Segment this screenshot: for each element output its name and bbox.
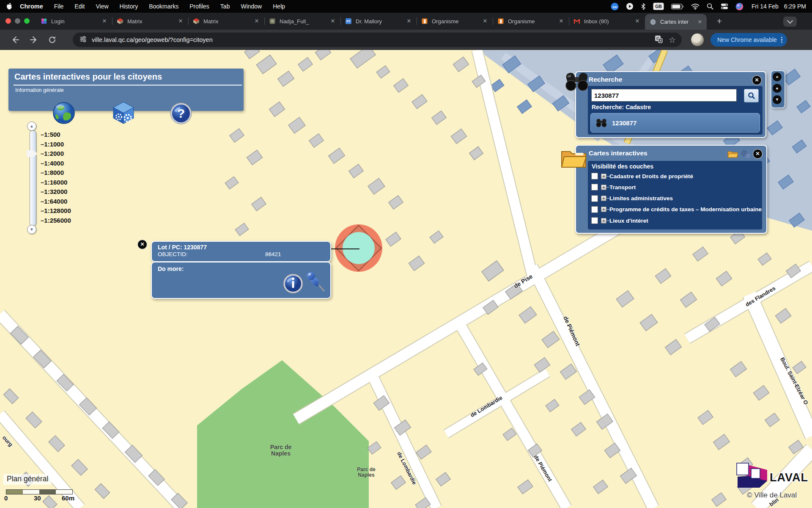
tab-close-button[interactable]: ✕	[101, 18, 108, 25]
siri-icon[interactable]	[735, 3, 743, 11]
url-text[interactable]: ville.laval.qc.ca/geo/geoweb/?config=cit…	[92, 36, 655, 43]
svg-text:GB: GB	[655, 4, 662, 9]
keyboard-layout-badge[interactable]: GB	[653, 3, 664, 10]
menu-bar-date[interactable]: Fri 14 Feb	[752, 3, 779, 10]
bluetooth-icon[interactable]	[641, 3, 646, 10]
window-zoom-button[interactable]	[24, 18, 30, 24]
spotlight-search-icon[interactable]	[707, 3, 713, 10]
pushpin-icon[interactable]	[305, 270, 327, 294]
menu-chrome[interactable]: Chrome	[14, 3, 49, 10]
reload-button[interactable]	[47, 34, 58, 46]
zoom-level-1-2000[interactable]: –1:2000	[41, 149, 64, 158]
site-info-icon[interactable]	[80, 36, 87, 44]
address-bar[interactable]: ville.laval.qc.ca/geo/geoweb/?config=cit…	[73, 33, 682, 47]
folder-icon[interactable]	[727, 150, 738, 158]
layers-panel-icon	[561, 147, 587, 169]
browser-menu-icon[interactable]	[781, 36, 783, 44]
zoom-app-icon[interactable]: zm	[611, 3, 619, 11]
tab-inbox-90-[interactable]: Inbox (90)✕	[569, 13, 645, 30]
control-center-icon[interactable]	[721, 3, 728, 10]
layer-expand-button[interactable]: +	[601, 174, 606, 179]
layer-checkbox[interactable]	[591, 184, 598, 190]
back-button[interactable]	[9, 34, 21, 46]
scale-30: 30	[34, 494, 41, 502]
layer-checkbox[interactable]	[591, 217, 598, 224]
zoom-level-1-1000[interactable]: –1:1000	[41, 140, 64, 149]
update-chrome-button[interactable]: New Chrome available	[710, 33, 787, 47]
menu-history[interactable]: History	[114, 3, 144, 10]
layer-checkbox[interactable]	[591, 173, 598, 179]
menu-tab[interactable]: Tab	[215, 3, 236, 10]
layer-expand-button[interactable]: +	[601, 196, 606, 201]
profile-avatar[interactable]	[691, 33, 704, 46]
tools-cube-icon[interactable]	[112, 101, 135, 124]
tab-close-button[interactable]: ✕	[482, 18, 488, 25]
tab-search-button[interactable]	[783, 17, 797, 27]
pan-up-button[interactable]: ▲	[773, 84, 782, 93]
tab-dr-mallory[interactable]: PTDr. Mallory✕	[340, 13, 417, 30]
menu-help[interactable]: Help	[267, 3, 291, 10]
menu-view[interactable]: View	[90, 3, 114, 10]
zoom-level-1-32000[interactable]: –1:32000	[41, 187, 67, 196]
translate-icon[interactable]: G	[655, 35, 663, 44]
tab-close-button[interactable]: ✕	[558, 18, 565, 25]
search-panel: Recherche ✕ Recherche: Cadastre 1230877	[575, 71, 766, 138]
layer-expand-button[interactable]: +	[601, 218, 606, 224]
pan-down-button[interactable]: ▼	[773, 95, 782, 104]
search-close-button[interactable]: ✕	[752, 75, 762, 85]
tab-close-button[interactable]: ✕	[697, 19, 703, 25]
tab-close-button[interactable]: ✕	[177, 18, 184, 25]
wifi-icon[interactable]	[691, 3, 700, 10]
forward-button[interactable]	[28, 34, 40, 46]
zoom-level-1-128000[interactable]: –1:128000	[41, 206, 71, 215]
tab-organisme[interactable]: Organisme✕	[417, 13, 493, 30]
zoom-out-button[interactable]: ▼	[27, 225, 36, 234]
tab-organisme[interactable]: Organisme✕	[493, 13, 569, 30]
layer-expand-button[interactable]: +	[601, 185, 606, 190]
search-input[interactable]	[591, 89, 737, 102]
zoom-level-1-256000[interactable]: –1:256000	[41, 216, 71, 225]
layer-expand-button[interactable]: +	[601, 207, 606, 212]
zoom-track[interactable]	[30, 130, 36, 226]
search-result-row[interactable]: 1230877	[590, 113, 760, 133]
collapse-panels-button[interactable]: »	[773, 72, 782, 81]
help-icon[interactable]: ?	[170, 102, 192, 124]
layer-checkbox[interactable]	[591, 195, 598, 202]
layers-close-button[interactable]: ✕	[753, 149, 763, 159]
popup-close-button[interactable]: ✕	[137, 240, 147, 249]
search-button[interactable]	[744, 89, 759, 102]
window-minimize-button[interactable]	[15, 18, 20, 24]
apple-logo-icon[interactable]	[6, 3, 13, 11]
layer-checkbox[interactable]	[591, 206, 598, 213]
new-tab-button[interactable]: +	[714, 16, 725, 27]
menu-profiles[interactable]: Profiles	[184, 3, 215, 10]
tab-close-button[interactable]: ✕	[406, 18, 412, 25]
menu-window[interactable]: Window	[235, 3, 267, 10]
tab-login[interactable]: Login✕	[36, 13, 112, 30]
battery-icon[interactable]	[671, 3, 684, 10]
zoom-level-1-64000[interactable]: –1:64000	[41, 197, 67, 206]
tab-nadja-full-[interactable]: Nadja_Full_✕	[264, 13, 340, 30]
bookmark-star-icon[interactable]: ☆	[669, 36, 676, 44]
zoom-level-1-500[interactable]: –1:500	[41, 130, 60, 139]
now-playing-icon[interactable]	[626, 3, 634, 10]
zoom-level-1-8000[interactable]: –1:8000	[41, 168, 64, 177]
tab-close-button[interactable]: ✕	[253, 18, 260, 25]
tab-matrix[interactable]: Matrix✕	[188, 13, 264, 30]
menu-edit[interactable]: Edit	[69, 3, 90, 10]
info-icon[interactable]	[283, 273, 303, 294]
settings-gears-icon[interactable]	[741, 149, 751, 159]
tab-cartes-inter[interactable]: Cartes inter✕	[645, 14, 707, 30]
globe-icon[interactable]	[52, 102, 75, 124]
zoom-in-button[interactable]: ▲	[27, 121, 36, 131]
menu-bar-time[interactable]: 6:29 PM	[784, 3, 806, 10]
menu-bookmarks[interactable]: Bookmarks	[143, 3, 184, 10]
zoom-level-1-4000[interactable]: –1:4000	[41, 159, 64, 168]
tab-separator	[417, 17, 417, 25]
tab-close-button[interactable]: ✕	[634, 18, 641, 25]
tab-close-button[interactable]: ✕	[329, 18, 336, 25]
zoom-level-1-16000[interactable]: –1:16000	[41, 178, 67, 187]
window-close-button[interactable]	[5, 18, 11, 24]
menu-file[interactable]: File	[49, 3, 69, 10]
tab-matrix[interactable]: Matrix✕	[112, 13, 188, 30]
